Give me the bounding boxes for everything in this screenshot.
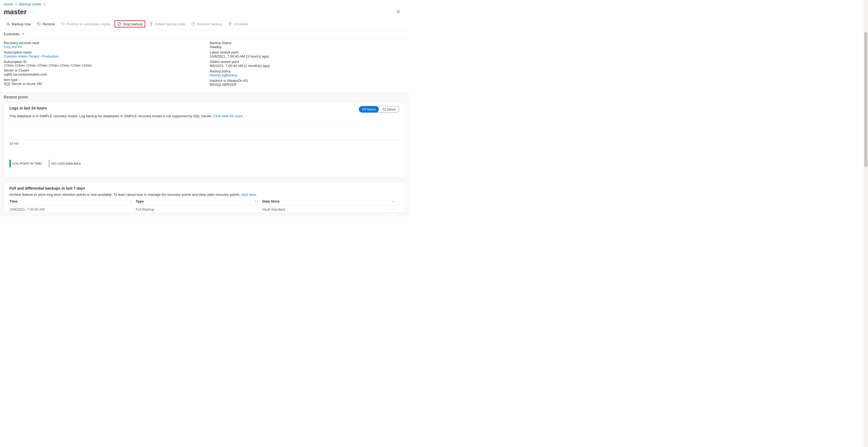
logs-desc: This database is in SIMPLE recovery mode…: [9, 112, 359, 121]
essentials-left: Recovery services vault CH1-RV-Pri Subsc…: [4, 41, 199, 88]
resume-icon: [191, 22, 195, 26]
ess-value-item-type: SQL Server in Azure VM: [4, 82, 199, 86]
toggle-72h[interactable]: 72 hours: [379, 106, 399, 112]
svg-line-3: [118, 23, 121, 25]
chevron-up-icon: [22, 32, 25, 36]
title-more-button[interactable]: ···: [30, 10, 35, 14]
title-row: master ···: [0, 7, 409, 18]
backup-now-button[interactable]: Backup now: [4, 21, 33, 27]
restore-points-heading: Restore points: [0, 92, 409, 102]
restore-secondary-icon: [61, 22, 65, 26]
ess-value-instance: MSSQLSERVER: [210, 83, 405, 87]
page-title: master: [4, 8, 27, 16]
close-icon: [396, 10, 400, 13]
ess-label-sub-name: Subscription name: [4, 51, 199, 54]
restore-secondary-button: Restore to secondary region: [59, 21, 113, 27]
table-row[interactable]: 10/8/2021, 7:00:40 AM Full Backup Vault-…: [9, 205, 399, 212]
logs-card: Logs in last 24 hours This database is i…: [4, 102, 405, 177]
fd-link[interactable]: click here: [241, 192, 256, 197]
row-more-button[interactable]: ···: [391, 207, 395, 211]
ess-value-sub-id: 123abc-123abc-123abc-123abc-123abc-123ab…: [4, 64, 199, 67]
timeline-tick: 30 AM: [9, 142, 19, 146]
essentials-panel: Recovery services vault CH1-RV-Pri Subsc…: [0, 38, 409, 92]
cell-type: Full Backup: [136, 207, 262, 211]
table-header: Time ↓ Type ↑↓ Data Store ↑↓: [9, 198, 399, 205]
sort-icon: ↑↓: [255, 200, 258, 203]
cell-ds: Vault-Standard ···: [262, 207, 399, 211]
ess-value-status: Healthy: [210, 45, 405, 49]
undelete-button: Undelete: [226, 21, 250, 27]
stop-backup-button[interactable]: Stop backup: [115, 21, 145, 27]
legend-no-logs: NO LOGS AVAILABLE: [49, 160, 81, 167]
ess-label-instance: Instance or AlwaysOn AG: [210, 79, 405, 83]
ess-value-vault[interactable]: CH1-RV-Pri: [4, 45, 22, 49]
breadcrumb-backup-center[interactable]: Backup center: [19, 2, 42, 6]
time-range-toggle[interactable]: 24 hours 72 hours: [359, 106, 399, 113]
legend-log-pit: LOG (POINT IN TIME): [9, 160, 42, 167]
breadcrumb-sep: >: [43, 2, 46, 6]
breadcrumb-sep: >: [15, 2, 17, 6]
ess-label-latest-rp: Latest restore point: [210, 51, 405, 54]
trash-icon: [149, 22, 153, 26]
toolbar: Backup now Restore Restore to secondary …: [0, 18, 409, 30]
essentials-toggle[interactable]: Essentials: [0, 30, 409, 38]
close-button[interactable]: [396, 9, 400, 15]
timeline-legend: LOG (POINT IN TIME) NO LOGS AVAILABLE: [9, 160, 399, 167]
ess-value-sub-name[interactable]: Contoso Hotels Tenant - Production: [4, 54, 59, 58]
resume-backup-button: Resume backup: [189, 21, 224, 27]
essentials-right: Backup Status Healthy Latest restore poi…: [210, 41, 405, 88]
legend-swatch-green: [9, 160, 11, 167]
timeline: 30 AM: [9, 140, 399, 156]
ess-label-sub-id: Subscription ID: [4, 60, 199, 64]
breadcrumb: Home > Backup center >: [0, 0, 409, 7]
restore-button[interactable]: Restore: [35, 21, 57, 27]
backup-now-icon: [6, 22, 10, 26]
logs-more-link[interactable]: Click here for more: [213, 114, 243, 118]
ess-value-oldest-rp: 9/8/2021, 7:00:40 AM (1 month(s) ago): [210, 64, 405, 68]
ess-label-oldest-rp: Oldest restore point: [210, 60, 405, 64]
ess-label-vault: Recovery services vault: [4, 41, 199, 45]
fd-title: Full and differential backups in last 7 …: [9, 186, 399, 190]
logs-title: Logs in last 24 hours: [9, 106, 359, 110]
sort-icon: ↑↓: [392, 200, 395, 203]
breadcrumb-home[interactable]: Home: [4, 2, 13, 6]
cell-time: 10/8/2021, 7:00:40 AM: [9, 207, 136, 211]
col-data-store[interactable]: Data Store ↑↓: [262, 199, 399, 203]
ess-value-policy[interactable]: HourlyLogBackup: [210, 73, 238, 77]
ess-label-status: Backup Status: [210, 41, 405, 45]
ess-value-server: sql00.na.contosohotels.com: [4, 72, 199, 77]
ess-label-item-type: Item type: [4, 78, 199, 82]
undelete-icon: [228, 22, 232, 26]
delete-backup-data-button: Delete backup data: [147, 21, 187, 27]
ess-label-policy: Backup policy: [210, 69, 405, 73]
legend-swatch-grey: [49, 160, 50, 167]
ess-value-latest-rp: 10/8/2021, 7:00:40 AM (3 hour(s) ago): [210, 54, 405, 58]
stop-icon: [117, 22, 122, 26]
toggle-24h[interactable]: 24 hours: [359, 106, 379, 112]
full-diff-card: Full and differential backups in last 7 …: [4, 182, 405, 213]
ess-label-server: Server or Cluster: [4, 68, 199, 72]
col-time[interactable]: Time ↓: [9, 199, 136, 203]
col-type[interactable]: Type ↑↓: [136, 199, 262, 203]
restore-icon: [37, 22, 41, 26]
sort-icon: ↓: [130, 200, 131, 203]
fd-desc: Archive feature to store long term reten…: [9, 192, 399, 197]
